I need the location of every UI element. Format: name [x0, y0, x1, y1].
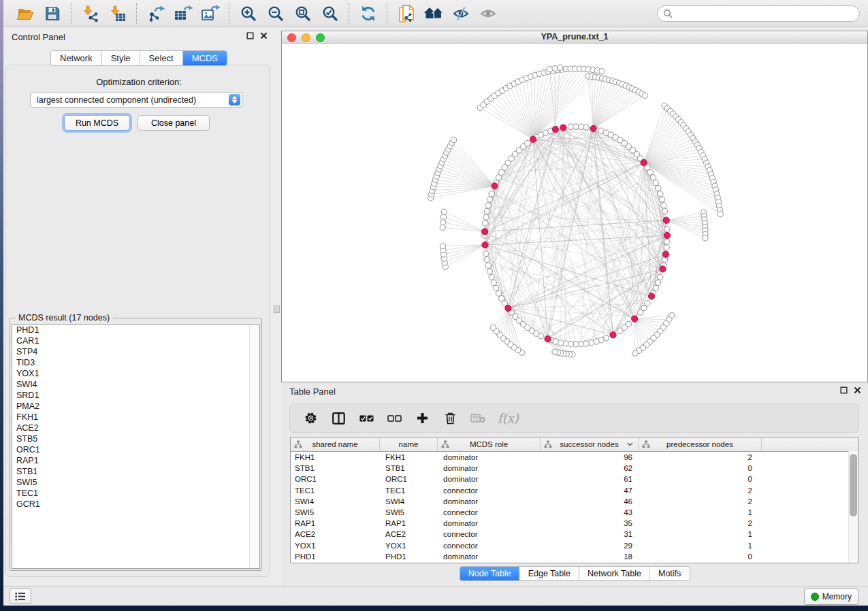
network-node[interactable]: [653, 285, 658, 291]
zoom-in-icon[interactable]: [235, 3, 262, 24]
network-node[interactable]: [496, 291, 501, 296]
table-row[interactable]: YOX1YOX1connector291: [291, 540, 858, 551]
mcds-node[interactable]: [663, 217, 669, 223]
tab-network[interactable]: Network: [51, 51, 101, 65]
network-node[interactable]: [487, 269, 492, 274]
minimize-window-icon[interactable]: [302, 33, 310, 42]
search-input[interactable]: [673, 8, 854, 19]
list-item[interactable]: STP4: [12, 346, 259, 357]
network-leaf-node[interactable]: [718, 211, 723, 216]
network-node[interactable]: [489, 274, 494, 280]
network-node[interactable]: [658, 274, 663, 280]
zoom-selected-icon[interactable]: [317, 3, 344, 24]
list-item[interactable]: PMA2: [12, 401, 259, 412]
tab-edge-table[interactable]: Edge Table: [519, 567, 579, 580]
mcds-node[interactable]: [632, 316, 638, 322]
network-leaf-node[interactable]: [632, 350, 638, 356]
export-table-icon[interactable]: [170, 3, 197, 24]
network-node[interactable]: [483, 214, 489, 220]
open-file-icon[interactable]: [12, 3, 39, 24]
network-leaf-node[interactable]: [552, 65, 558, 71]
network-node[interactable]: [664, 227, 670, 232]
tab-style[interactable]: Style: [101, 51, 140, 65]
list-item[interactable]: ACE2: [12, 423, 259, 433]
table-row[interactable]: SWI5SWI5connector431: [291, 507, 858, 518]
network-node[interactable]: [661, 203, 666, 208]
zoom-fit-icon[interactable]: [289, 3, 317, 24]
network-node[interactable]: [664, 239, 670, 244]
delete-column-icon[interactable]: [442, 410, 458, 427]
network-leaf-node[interactable]: [547, 67, 552, 72]
network-node[interactable]: [491, 280, 496, 285]
list-item[interactable]: ORC1: [12, 444, 259, 455]
table-row[interactable]: SWI4SWI4dominator462: [291, 496, 858, 507]
export-network-icon[interactable]: [142, 3, 170, 24]
network-node[interactable]: [656, 280, 661, 285]
network-leaf-node[interactable]: [703, 235, 708, 241]
network-leaf-node[interactable]: [599, 69, 605, 74]
hide-selected-eye-icon[interactable]: [447, 3, 475, 24]
float-panel-icon[interactable]: [840, 386, 848, 394]
network-canvas[interactable]: [282, 44, 867, 382]
tab-mcds[interactable]: MCDS: [182, 51, 227, 65]
optimization-criterion-select[interactable]: largest connected component (undirected): [30, 92, 242, 108]
refresh-view-icon[interactable]: [355, 3, 382, 24]
tab-motifs[interactable]: Motifs: [649, 567, 689, 580]
zoom-out-icon[interactable]: [262, 3, 289, 24]
select-all-rows-icon[interactable]: [358, 410, 374, 427]
network-node[interactable]: [485, 263, 491, 268]
list-scrollbar[interactable]: [249, 325, 259, 568]
list-item[interactable]: SWI4: [12, 379, 259, 390]
toggle-column-icon[interactable]: [330, 410, 347, 427]
column-header-successor-nodes[interactable]: successor nodes: [541, 437, 639, 451]
mcds-node[interactable]: [560, 125, 566, 131]
tab-network-table[interactable]: Network Table: [579, 567, 649, 580]
mcds-node[interactable]: [662, 251, 669, 257]
list-item[interactable]: FKH1: [12, 412, 259, 423]
mcds-node[interactable]: [641, 159, 647, 165]
column-header-predecessor-nodes[interactable]: predecessor nodes: [639, 437, 762, 451]
table-row[interactable]: ACE2ACE2connector311: [291, 529, 858, 540]
column-header-MCDS-role[interactable]: MCDS role: [438, 437, 541, 451]
column-header-shared-name[interactable]: shared name: [291, 437, 380, 451]
list-item[interactable]: CAR1: [12, 335, 259, 346]
network-leaf-node[interactable]: [440, 214, 446, 220]
mcds-node[interactable]: [590, 125, 596, 131]
network-node[interactable]: [664, 245, 669, 250]
save-session-icon[interactable]: [39, 3, 66, 24]
show-hidden-eye-icon[interactable]: [475, 3, 502, 24]
list-item[interactable]: TEC1: [12, 488, 259, 499]
task-history-button[interactable]: [10, 589, 31, 604]
import-table-icon[interactable]: [104, 3, 131, 24]
network-node[interactable]: [484, 257, 489, 262]
network-node[interactable]: [494, 285, 499, 291]
table-row[interactable]: FKH1FKH1dominator962: [291, 452, 858, 463]
table-row[interactable]: ORC1ORC1dominator610: [291, 474, 858, 484]
table-scrollbar[interactable]: [848, 451, 858, 563]
close-panel-icon[interactable]: [260, 32, 268, 39]
network-node[interactable]: [485, 203, 491, 208]
network-leaf-node[interactable]: [451, 137, 456, 142]
splitter-handle[interactable]: [274, 306, 280, 313]
close-window-icon[interactable]: [287, 33, 296, 42]
list-item[interactable]: RAP1: [12, 455, 259, 466]
network-node[interactable]: [662, 208, 667, 214]
network-titlebar[interactable]: YPA_prune.txt_1: [282, 31, 867, 44]
list-item[interactable]: TID3: [12, 357, 259, 368]
network-graph[interactable]: [282, 44, 868, 382]
share-document-icon[interactable]: [393, 3, 420, 24]
network-leaf-node[interactable]: [490, 325, 496, 330]
table-settings-gear-icon[interactable]: [302, 410, 319, 427]
mcds-node[interactable]: [530, 136, 536, 142]
network-node[interactable]: [658, 191, 663, 197]
mcds-node[interactable]: [492, 183, 498, 189]
close-panel-icon[interactable]: [854, 386, 861, 394]
list-item[interactable]: STB5: [12, 433, 259, 444]
network-node[interactable]: [617, 328, 623, 333]
list-item[interactable]: SWI5: [12, 477, 259, 488]
list-item[interactable]: STB1: [12, 466, 259, 477]
list-item[interactable]: YOX1: [12, 368, 259, 379]
network-node[interactable]: [583, 125, 589, 130]
network-node[interactable]: [638, 310, 643, 315]
mcds-node[interactable]: [552, 127, 558, 133]
